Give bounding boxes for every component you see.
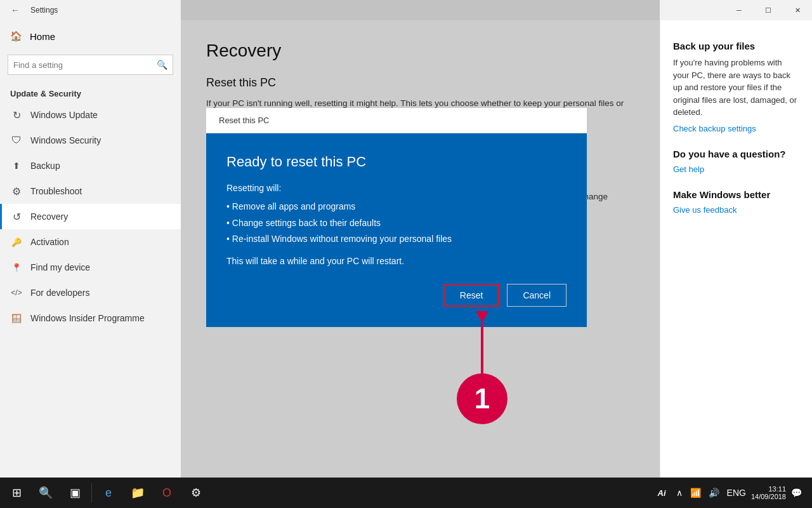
search-box[interactable]: 🔍 xyxy=(8,55,173,75)
sidebar-item-label: Troubleshoot xyxy=(30,186,82,196)
sidebar-item-label: Windows Security xyxy=(30,135,101,145)
settings-button[interactable]: ⚙ xyxy=(182,479,210,507)
home-icon: 🏠 xyxy=(10,30,22,42)
sidebar-item-label: Windows Insider Programme xyxy=(30,313,145,323)
notification-button[interactable]: 💬 xyxy=(789,488,804,498)
taskbar-time-display: 13:11 xyxy=(768,485,786,493)
recovery-icon: ↺ xyxy=(10,210,23,223)
sidebar-item-windows-security[interactable]: 🛡 Windows Security xyxy=(0,128,181,153)
task-view-button[interactable]: ▣ xyxy=(61,479,89,507)
opera-button[interactable]: O xyxy=(153,479,181,507)
sidebar-item-label: Recovery xyxy=(30,211,68,222)
annotation-arrow-line xyxy=(481,323,483,373)
backup-title: Back up your files xyxy=(673,41,799,51)
sidebar-item-label: For developers xyxy=(30,288,89,298)
windows-update-icon: ↻ xyxy=(10,109,23,121)
home-label: Home xyxy=(30,31,55,42)
sidebar-item-backup[interactable]: ⬆ Backup xyxy=(0,153,181,178)
windows-security-icon: 🛡 xyxy=(10,134,23,147)
backup-icon: ⬆ xyxy=(10,159,23,172)
sidebar-item-label: Windows Update xyxy=(30,110,98,120)
activation-icon: 🔑 xyxy=(10,236,23,248)
volume-icon: 🔊 xyxy=(706,488,722,498)
sidebar-item-recovery[interactable]: ↺ Recovery xyxy=(0,204,181,229)
dialog-bullet-list: • Remove all apps and programs • Change … xyxy=(226,201,566,246)
developers-icon: </> xyxy=(10,286,23,299)
right-panel: Back up your files If you're having prob… xyxy=(660,20,812,478)
dialog-body: Ready to reset this PC Resetting will: •… xyxy=(206,133,587,327)
annotation-badge: 1 xyxy=(457,373,508,424)
close-button[interactable]: ✕ xyxy=(783,0,812,20)
feedback-link[interactable]: Give us feedback xyxy=(673,205,799,215)
dialog-overlay: Reset this PC Ready to reset this PC Res… xyxy=(181,0,660,478)
taskbar-right: Ai ∧ 📶 🔊 ENG 13:11 14/09/2018 💬 xyxy=(653,485,809,500)
taskbar-date-display: 14/09/2018 xyxy=(751,493,786,500)
sidebar-item-label: Activation xyxy=(30,237,69,247)
notify-icons: ∧ xyxy=(674,488,685,498)
dialog-subtitle: Resetting will: xyxy=(226,183,566,193)
check-backup-link[interactable]: Check backup settings xyxy=(673,124,799,133)
start-button[interactable]: ⊞ xyxy=(3,479,30,507)
annotation-container: 1 xyxy=(457,311,508,424)
insider-icon: 🪟 xyxy=(10,312,23,324)
find-device-icon: 📍 xyxy=(10,261,23,274)
dialog-bullet-2: • Change settings back to their defaults xyxy=(226,217,566,230)
troubleshoot-icon: ⚙ xyxy=(10,185,23,197)
dialog-header-title: Reset this PC xyxy=(219,116,269,125)
dialog-bullet-3: • Re-install Windows without removing yo… xyxy=(226,233,566,246)
dialog-bullet-1: • Remove all apps and programs xyxy=(226,201,566,213)
get-help-link[interactable]: Get help xyxy=(673,164,799,174)
sidebar-section-label: Update & Security xyxy=(0,83,181,102)
sidebar-item-windows-update[interactable]: ↻ Windows Update xyxy=(0,102,181,128)
search-icon: 🔍 xyxy=(157,60,167,70)
window-controls: ─ ☐ ✕ xyxy=(724,0,812,20)
backup-text: If you're having problems with your PC, … xyxy=(673,57,799,119)
file-explorer-button[interactable]: 📁 xyxy=(124,479,152,507)
dialog-title: Ready to reset this PC xyxy=(226,154,566,170)
sidebar-item-activation[interactable]: 🔑 Activation xyxy=(0,229,181,255)
sidebar-item-for-developers[interactable]: </> For developers xyxy=(0,280,181,305)
improve-title: Make Windows better xyxy=(673,189,799,200)
sidebar-item-label: Find my device xyxy=(30,262,90,272)
search-input[interactable] xyxy=(13,60,157,70)
ai-label[interactable]: Ai xyxy=(653,488,671,498)
maximize-button[interactable]: ☐ xyxy=(754,0,783,20)
sidebar-item-windows-insider[interactable]: 🪟 Windows Insider Programme xyxy=(0,305,181,331)
lang-label: ENG xyxy=(724,488,749,498)
network-icon: 📶 xyxy=(688,488,704,498)
dialog-note: This will take a while and your PC will … xyxy=(226,256,566,266)
sidebar-item-troubleshoot[interactable]: ⚙ Troubleshoot xyxy=(0,178,181,204)
edge-button[interactable]: e xyxy=(95,479,122,507)
sidebar-item-label: Backup xyxy=(30,161,60,171)
taskbar-clock: 13:11 14/09/2018 xyxy=(751,485,786,500)
minimize-button[interactable]: ─ xyxy=(724,0,754,20)
back-button[interactable]: ← xyxy=(5,0,25,20)
dialog-header-bar: Reset this PC xyxy=(206,108,587,133)
sidebar-item-find-my-device[interactable]: 📍 Find my device xyxy=(0,255,181,280)
question-title: Do you have a question? xyxy=(673,149,799,159)
sidebar-home[interactable]: 🏠 Home xyxy=(0,20,181,52)
taskbar-separator xyxy=(91,483,92,502)
cancel-dialog-button[interactable]: Cancel xyxy=(507,284,566,307)
taskbar-search-button[interactable]: 🔍 xyxy=(32,479,60,507)
window-title: Settings xyxy=(30,6,58,15)
reset-confirm-button[interactable]: Reset xyxy=(443,284,500,307)
sidebar: 🏠 Home 🔍 Update & Security ↻ Windows Upd… xyxy=(0,20,181,478)
taskbar: ⊞ 🔍 ▣ e 📁 O ⚙ Ai ∧ 📶 🔊 ENG 13:11 14/09/2… xyxy=(0,478,812,508)
dialog-buttons: Reset Cancel xyxy=(226,284,566,307)
